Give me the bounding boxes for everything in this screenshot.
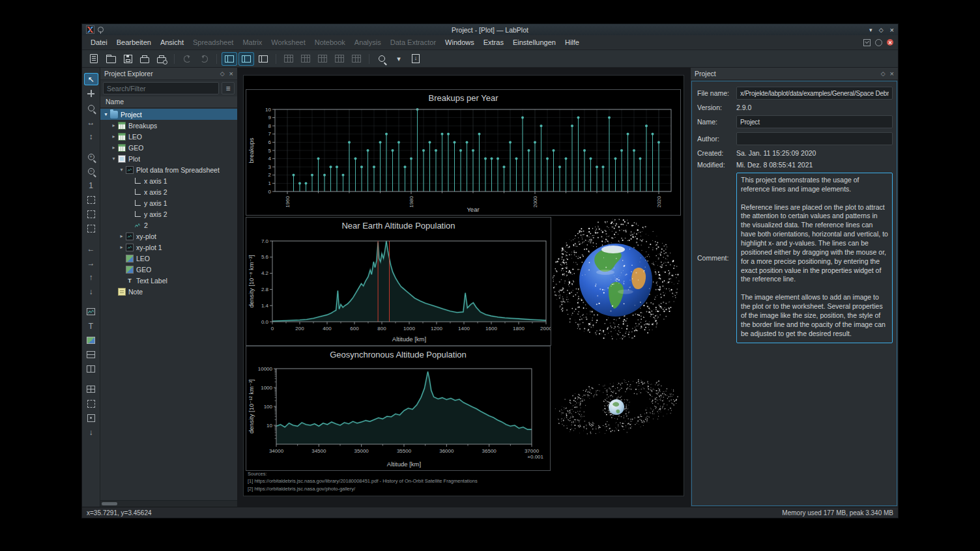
horizontal-layout-button[interactable] (84, 363, 98, 375)
shift-x-left-button[interactable]: ← (84, 242, 98, 255)
crosshair-button[interactable] (84, 87, 98, 100)
tree-item-geo[interactable]: GEO (100, 264, 237, 275)
grid-layout-button[interactable] (84, 383, 98, 395)
menu-analysis[interactable]: Analysis (350, 37, 386, 48)
vertical-layout-button[interactable] (84, 348, 98, 361)
tree-item-breakups[interactable]: ▸Breakups (100, 120, 237, 131)
worksheet-page[interactable]: 0123456789101960198020002020Breakups per… (243, 75, 684, 496)
sort-spreadsheet-button[interactable] (332, 52, 347, 66)
menu-einstellungen[interactable]: Einstellungen (508, 37, 560, 48)
project-name-input[interactable] (736, 115, 893, 128)
zoom-in-button[interactable]: + (84, 150, 98, 163)
menu-bearbeiten[interactable]: Bearbeiten (112, 37, 156, 48)
shift-y-up-button[interactable]: ↑ (84, 271, 98, 283)
zoom-origin-button[interactable]: 1 (84, 179, 98, 191)
tree-item-x-axis-2[interactable]: x axis 2 (100, 186, 237, 197)
shift-y-down-button[interactable]: ↓ (84, 285, 98, 298)
tree-item-plot[interactable]: ▾Plot (100, 153, 237, 164)
zoom-out-button[interactable]: − (84, 165, 98, 177)
add-image-button[interactable] (84, 334, 98, 346)
author-input[interactable] (736, 132, 893, 145)
tree-item-xy-plot[interactable]: ▸xy-plot (100, 231, 237, 242)
project-explorer-header[interactable]: Project Explorer ◇ × (100, 68, 237, 80)
expander-icon[interactable]: ▸ (110, 122, 117, 128)
comment-text-area[interactable]: This project demonstrates the usage of r… (736, 173, 893, 343)
expander-icon[interactable]: ▸ (110, 134, 117, 139)
scrollbar-thumb[interactable] (102, 502, 117, 505)
geosynchronous-altitude-chart[interactable]: 3400034500350003550036000365003700010100… (246, 346, 551, 471)
toggle-right-dock-button[interactable] (255, 52, 271, 66)
zoom-fit-width-button[interactable] (84, 208, 98, 220)
filter-options-icon[interactable]: ≡ (222, 82, 235, 94)
tree-item-note[interactable]: Note (100, 286, 237, 297)
zoom-dropdown-button[interactable]: ▾ (391, 52, 407, 66)
close-button[interactable]: × (890, 26, 894, 34)
shade-button[interactable]: ▾ (869, 27, 872, 33)
zoom-worksheet-button[interactable] (374, 52, 390, 66)
menu-data-extractor[interactable]: Data Extractor (386, 37, 440, 48)
worksheet-view[interactable]: 0123456789101960198020002020Breakups per… (238, 68, 690, 507)
expander-icon[interactable]: ▸ (118, 244, 125, 250)
zoom-select-button[interactable] (84, 102, 98, 114)
zoom-x-select-button[interactable]: ↔ (84, 116, 98, 128)
new-document-button[interactable] (86, 52, 102, 66)
close-panel-icon[interactable]: × (229, 70, 233, 78)
save-button[interactable] (120, 52, 136, 66)
near-earth-altitude-chart[interactable]: 02004006008001000120014001600180020000.0… (246, 217, 551, 346)
shift-x-right-button[interactable]: → (84, 257, 98, 269)
earth-debris-image[interactable] (550, 216, 682, 345)
tree-item-plot-data-from-spreadsheet[interactable]: ▾Plot data from Spreadsheet (100, 164, 237, 175)
close-properties-icon[interactable]: × (890, 70, 894, 78)
select-cursor-button[interactable]: ↖ (84, 73, 98, 85)
add-text-label-button[interactable]: T (84, 320, 98, 332)
menu-hilfe[interactable]: Hilfe (560, 37, 584, 48)
new-spreadsheet-button[interactable] (281, 52, 296, 66)
toolbar-options-icon[interactable] (875, 39, 882, 46)
tree-item-geo[interactable]: ▸GEO (100, 142, 237, 153)
zoom-fit-height-button[interactable] (84, 222, 98, 234)
tree-item-project[interactable]: ▾Project (100, 109, 237, 120)
undo-button[interactable] (179, 52, 195, 66)
expander-icon[interactable]: ▾ (110, 156, 117, 162)
break-layout-button[interactable] (84, 397, 98, 410)
horizontal-scrollbar[interactable] (100, 500, 237, 507)
print-button[interactable] (137, 52, 152, 66)
redo-button[interactable] (196, 52, 212, 66)
tree-item-y-axis-1[interactable]: y axis 1 (100, 197, 237, 208)
menu-notebook[interactable]: Notebook (310, 37, 350, 48)
expander-icon[interactable]: ▾ (118, 167, 125, 173)
zoom-fit-page-button[interactable] (84, 193, 98, 206)
menu-worksheet[interactable]: Worksheet (267, 37, 310, 48)
float-properties-icon[interactable]: ◇ (881, 71, 886, 77)
open-file-button[interactable] (103, 52, 119, 66)
tree-item-leo[interactable]: ▸LEO (100, 131, 237, 142)
tree-column-header[interactable]: Name (100, 96, 237, 108)
export-worksheet-button[interactable]: ↓ (408, 52, 424, 66)
expander-icon[interactable]: ▸ (118, 233, 125, 239)
close-document-icon[interactable] (887, 39, 893, 46)
tree-item-x-axis-1[interactable]: x axis 1 (100, 175, 237, 186)
toggle-left-dock-button[interactable] (222, 52, 237, 66)
maximize-button[interactable]: ◇ (879, 27, 884, 33)
spreadsheet-statistics-button[interactable] (349, 52, 364, 66)
breakups-per-year-chart[interactable]: 0123456789101960198020002020Breakups per… (246, 89, 681, 216)
tree-item-2[interactable]: 2 (100, 219, 237, 231)
zoom-y-select-button[interactable]: ↕ (84, 130, 98, 143)
file-name-input[interactable] (736, 87, 893, 100)
search-input[interactable] (103, 82, 219, 94)
float-panel-icon[interactable]: ◇ (220, 71, 225, 77)
menu-spreadsheet[interactable]: Spreadsheet (188, 37, 238, 48)
insert-row-button[interactable] (298, 52, 313, 66)
tree-item-leo[interactable]: LEO (100, 253, 237, 264)
menu-windows[interactable]: Windows (440, 37, 479, 48)
expander-icon[interactable]: ▸ (110, 145, 117, 150)
titlebar[interactable]: Project - [Plot] — LabPlot ▾ ◇ × (82, 24, 898, 35)
menu-datei[interactable]: Datei (86, 37, 112, 48)
geo-debris-ring-image[interactable] (555, 352, 678, 460)
toggle-bottom-dock-button[interactable] (238, 52, 254, 66)
properties-header[interactable]: Project ◇ × (691, 68, 898, 80)
tree-item-y-axis-2[interactable]: y axis 2 (100, 208, 237, 219)
menu-ansicht[interactable]: Ansicht (156, 37, 188, 48)
print-preview-button[interactable] (154, 52, 169, 66)
menu-matrix[interactable]: Matrix (238, 37, 267, 48)
